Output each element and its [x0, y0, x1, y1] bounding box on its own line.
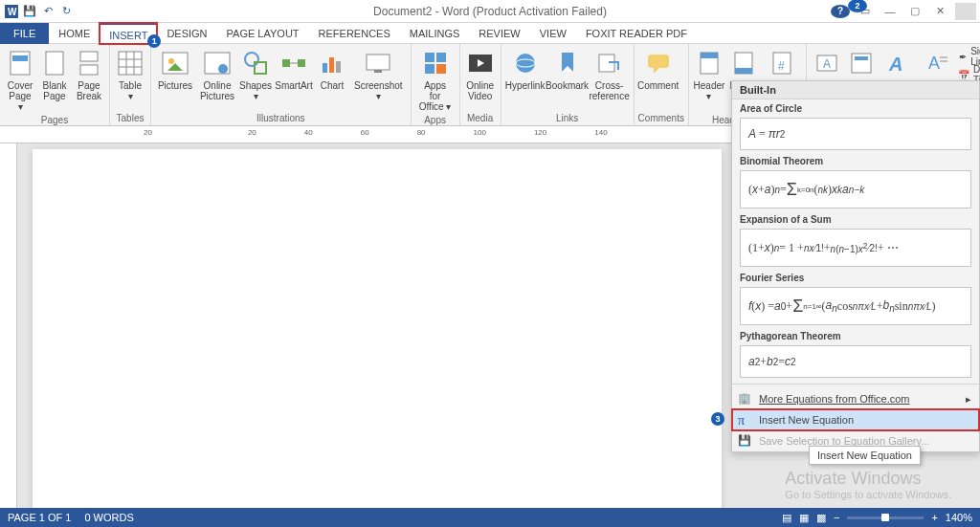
chart-button[interactable]: Chart	[316, 46, 348, 93]
header-button[interactable]: Header▾	[693, 46, 725, 103]
svg-rect-28	[436, 53, 446, 62]
save-icon[interactable]: 💾	[22, 4, 37, 19]
svg-rect-30	[436, 64, 446, 74]
svg-point-16	[218, 64, 228, 74]
svg-text:A: A	[823, 57, 831, 71]
undo-icon[interactable]: ↶	[40, 4, 56, 19]
more-equations-item[interactable]: 🏢More Equations from Office.com▸	[732, 388, 979, 409]
eq-title: Pythagorean Theorem	[732, 327, 979, 343]
svg-point-33	[516, 54, 535, 73]
help-icon[interactable]: ?2	[831, 5, 850, 18]
word-count[interactable]: 0 WORDS	[84, 512, 133, 523]
online-pictures-button[interactable]: OnlinePictures	[197, 46, 237, 103]
svg-rect-41	[701, 53, 718, 58]
document-page[interactable]	[33, 149, 722, 508]
quick-access: W 💾 ↶ ↻	[0, 4, 74, 19]
bookmark-button[interactable]: Bookmark	[547, 46, 588, 93]
eq-area-circle[interactable]: A = πr2	[740, 118, 971, 150]
svg-point-17	[245, 53, 258, 66]
svg-rect-5	[80, 52, 98, 61]
eq-title: Expansion of a Sum	[732, 210, 979, 227]
tab-insert[interactable]: INSERT1	[100, 23, 157, 44]
svg-text:A: A	[888, 54, 902, 75]
svg-rect-38	[648, 55, 669, 68]
tab-page-layout[interactable]: PAGE LAYOUT	[217, 23, 309, 44]
vertical-ruler	[0, 143, 17, 508]
zoom-in-icon[interactable]: +	[931, 512, 937, 523]
pictures-button[interactable]: Pictures	[155, 46, 195, 93]
eq-expansion[interactable]: (1+x)n = 1 + nx⁄1! + n(n−1)x2⁄2! + ⋯	[740, 229, 971, 267]
eq-pythagorean[interactable]: a2 + b2 = c2	[740, 345, 971, 378]
apps-button[interactable]: Apps forOffice ▾	[415, 46, 456, 114]
svg-rect-49	[855, 56, 868, 60]
restore-icon[interactable]: ▢	[905, 5, 924, 17]
screenshot-button[interactable]: Screenshot▾	[350, 46, 407, 103]
tab-home[interactable]: HOME	[49, 23, 100, 44]
svg-rect-20	[298, 59, 305, 67]
ribbon-tabs: FILE HOME INSERT1 DESIGN PAGE LAYOUT REF…	[0, 23, 980, 44]
zoom-slider[interactable]	[847, 516, 924, 519]
view-print-icon[interactable]: ▦	[799, 512, 809, 524]
tab-review[interactable]: REVIEW	[469, 23, 529, 44]
svg-text:W: W	[8, 7, 17, 17]
close-icon[interactable]: ✕	[930, 5, 949, 17]
svg-rect-26	[374, 70, 382, 73]
tab-mailings[interactable]: MAILINGS	[400, 23, 470, 44]
view-read-icon[interactable]: ▤	[782, 512, 791, 524]
svg-rect-4	[46, 52, 63, 75]
activate-watermark: Activate Windows Go to Settings to activ…	[785, 469, 951, 500]
redo-icon[interactable]: ↻	[58, 4, 74, 19]
window-title: Document2 - Word (Product Activation Fai…	[373, 5, 607, 18]
save-gallery-icon: 💾	[738, 434, 753, 450]
online-video-button[interactable]: OnlineVideo	[464, 46, 497, 103]
status-bar: PAGE 1 OF 1 0 WORDS ▤ ▦ ▩ − + 140%	[0, 508, 980, 527]
tab-view[interactable]: VIEW	[530, 23, 576, 44]
zoom-level[interactable]: 140%	[946, 512, 972, 523]
signature-icon: ✒	[958, 50, 967, 63]
tab-design[interactable]: DESIGN	[157, 23, 216, 44]
signature-line-button[interactable]: ✒Signature Line ▾	[956, 48, 980, 65]
view-web-icon[interactable]: ▩	[816, 512, 826, 524]
office-icon: 🏢	[738, 392, 753, 407]
tooltip: Insert New Equation	[809, 446, 921, 465]
hyperlink-button[interactable]: Hyperlink	[505, 46, 546, 93]
svg-rect-29	[425, 64, 434, 74]
equation-dropdown: Built-In Area of Circle A = πr2 Binomial…	[731, 80, 980, 452]
title-bar: W 💾 ↶ ↻ Document2 - Word (Product Activa…	[0, 0, 980, 23]
tab-foxit[interactable]: FOXIT READER PDF	[576, 23, 697, 44]
svg-rect-6	[80, 65, 98, 75]
table-button[interactable]: Table▾	[114, 46, 146, 103]
account-icon[interactable]	[955, 3, 976, 20]
cover-page-button[interactable]: CoverPage ▾	[4, 46, 36, 114]
eq-title: Binomial Theorem	[732, 152, 979, 168]
eq-title: Area of Circle	[732, 99, 979, 116]
tab-references[interactable]: REFERENCES	[309, 23, 400, 44]
eq-fourier[interactable]: f(x) = a0 + Σn=1∞ (an cos nπx⁄L + bn sin…	[740, 287, 971, 325]
svg-rect-27	[425, 53, 434, 62]
svg-marker-39	[654, 68, 659, 74]
eq-binomial[interactable]: (x+a)n = Σk=0n (nk) xkan−k	[740, 170, 971, 209]
svg-rect-2	[11, 52, 30, 75]
smartart-button[interactable]: SmartArt	[274, 46, 314, 93]
dropdown-header: Built-In	[732, 81, 979, 99]
svg-text:#: #	[778, 59, 785, 73]
blank-page-button[interactable]: BlankPage	[38, 46, 71, 103]
tab-file[interactable]: FILE	[0, 23, 49, 44]
zoom-out-icon[interactable]: −	[834, 512, 839, 523]
comment-button[interactable]: Comment	[638, 46, 679, 93]
svg-rect-25	[367, 55, 390, 70]
svg-rect-19	[282, 59, 290, 67]
insert-new-equation-item[interactable]: πInsert New Equation 3	[732, 409, 979, 430]
minimize-icon[interactable]: —	[880, 6, 900, 17]
word-app-icon: W	[4, 4, 19, 19]
svg-rect-43	[735, 68, 752, 74]
shapes-button[interactable]: Shapes▾	[239, 46, 272, 103]
calendar-icon: 📅	[958, 68, 969, 81]
page-break-button[interactable]: PageBreak	[73, 46, 105, 103]
page-count[interactable]: PAGE 1 OF 1	[8, 512, 71, 523]
svg-text:A: A	[928, 54, 940, 73]
svg-rect-7	[119, 52, 142, 75]
cross-reference-button[interactable]: Cross-reference	[590, 46, 630, 103]
svg-rect-3	[12, 55, 28, 61]
eq-title: Fourier Series	[732, 269, 979, 285]
